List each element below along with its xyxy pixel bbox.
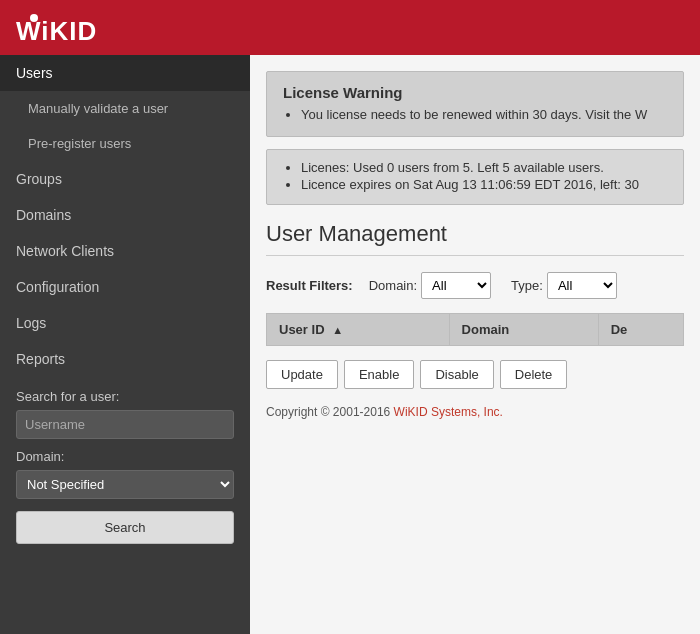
licenses-info: Licenes: Used 0 users from 5. Left 5 ava… — [301, 160, 667, 175]
domain-filter-select[interactable]: All — [421, 272, 491, 299]
sidebar-item-domains[interactable]: Domains — [0, 197, 250, 233]
sidebar: Users Manually validate a user Pre-regis… — [0, 55, 250, 634]
disable-button[interactable]: Disable — [420, 360, 493, 389]
sidebar-item-users[interactable]: Users — [0, 55, 250, 91]
col-de-label: De — [611, 322, 628, 337]
app-header: WiKID — [0, 0, 700, 55]
enable-button[interactable]: Enable — [344, 360, 414, 389]
domain-filter-label: Domain: — [369, 278, 417, 293]
sidebar-item-configuration[interactable]: Configuration — [0, 269, 250, 305]
license-warning-message: You license needs to be renewed within 3… — [301, 107, 667, 122]
svg-text:WiKID: WiKID — [16, 16, 97, 46]
license-warning-title: License Warning — [283, 84, 667, 101]
search-label: Search for a user: — [16, 389, 234, 404]
search-button[interactable]: Search — [16, 511, 234, 544]
user-table: User ID ▲ Domain De — [266, 313, 684, 346]
result-filters: Result Filters: Domain: All Type: All — [266, 272, 684, 299]
main-content: License Warning You license needs to be … — [250, 55, 700, 634]
domain-filter-group: Domain: All — [369, 272, 491, 299]
col-userid-label: User ID — [279, 322, 325, 337]
sort-arrow-userid: ▲ — [332, 324, 343, 336]
main-layout: Users Manually validate a user Pre-regis… — [0, 55, 700, 634]
domain-label: Domain: — [16, 449, 234, 464]
sidebar-item-logs[interactable]: Logs — [0, 305, 250, 341]
col-domain: Domain — [449, 314, 598, 346]
sidebar-item-manually-validate[interactable]: Manually validate a user — [0, 91, 250, 126]
type-filter-select[interactable]: All — [547, 272, 617, 299]
search-input[interactable] — [16, 410, 234, 439]
table-header-row: User ID ▲ Domain De — [267, 314, 684, 346]
update-button[interactable]: Update — [266, 360, 338, 389]
delete-button[interactable]: Delete — [500, 360, 568, 389]
sidebar-item-groups[interactable]: Groups — [0, 161, 250, 197]
sidebar-item-reports[interactable]: Reports — [0, 341, 250, 377]
copyright-link[interactable]: WiKID Systems, Inc. — [394, 405, 503, 419]
copyright-text: Copyright © 2001-2016 — [266, 405, 394, 419]
sidebar-item-network-clients[interactable]: Network Clients — [0, 233, 250, 269]
sidebar-search-section: Search for a user: Domain: Not Specified… — [0, 377, 250, 556]
col-domain-label: Domain — [462, 322, 510, 337]
domain-select[interactable]: Not Specified All — [16, 470, 234, 499]
col-de: De — [598, 314, 683, 346]
type-filter-group: Type: All — [511, 272, 617, 299]
type-filter-label: Type: — [511, 278, 543, 293]
action-buttons: Update Enable Disable Delete — [266, 360, 684, 389]
info-box: Licenes: Used 0 users from 5. Left 5 ava… — [266, 149, 684, 205]
filters-label: Result Filters: — [266, 278, 353, 293]
copyright: Copyright © 2001-2016 WiKID Systems, Inc… — [266, 405, 684, 419]
expiry-info: Licence expires on Sat Aug 13 11:06:59 E… — [301, 177, 667, 192]
logo: WiKID — [16, 10, 136, 46]
license-warning-box: License Warning You license needs to be … — [266, 71, 684, 137]
sidebar-item-pre-register[interactable]: Pre-register users — [0, 126, 250, 161]
col-userid[interactable]: User ID ▲ — [267, 314, 450, 346]
page-title: User Management — [266, 221, 684, 256]
logo-svg: WiKID — [16, 10, 136, 46]
